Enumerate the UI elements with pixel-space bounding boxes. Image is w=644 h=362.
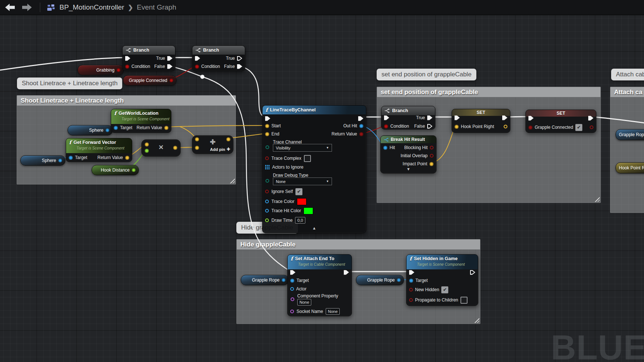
comment-hide-title[interactable]: Hide grappleCable bbox=[237, 239, 480, 249]
set-hook-point-right-node[interactable]: SET Hook Point Right bbox=[452, 109, 510, 133]
breadcrumb-root[interactable]: BP_MotionController bbox=[59, 3, 124, 11]
exec-false-pin[interactable] bbox=[237, 64, 242, 69]
branch-node-3[interactable]: Branch True Condition False bbox=[381, 106, 435, 130]
comment-attach-title[interactable]: Attach ca bbox=[610, 87, 644, 97]
new-hidden-pin[interactable] bbox=[409, 288, 413, 292]
variable-sphere-2[interactable]: Sphere bbox=[20, 155, 65, 166]
set-grapple-connected-node[interactable]: SET Grapple Connected bbox=[525, 110, 596, 133]
ignore-self-pin[interactable] bbox=[265, 190, 269, 193]
object-output-pin[interactable] bbox=[106, 128, 109, 132]
float-output-pin[interactable] bbox=[132, 168, 136, 172]
target-pin[interactable] bbox=[69, 156, 73, 160]
value-output-pin[interactable] bbox=[504, 125, 507, 128]
breadcrumb-current[interactable]: Event Graph bbox=[137, 3, 177, 11]
exec-in-pin[interactable] bbox=[195, 56, 200, 61]
component-property-pin[interactable] bbox=[291, 297, 294, 301]
trace-channel-pin[interactable] bbox=[266, 145, 269, 149]
comment-attach-cable[interactable]: Attach ca bbox=[610, 87, 644, 213]
exec-in-pin[interactable] bbox=[528, 116, 534, 121]
array-pin-icon[interactable] bbox=[265, 165, 270, 169]
draw-time-pin[interactable] bbox=[265, 218, 269, 222]
set-attach-end-to-node[interactable]: fSet Attach End To Target is Cable Compo… bbox=[287, 254, 352, 316]
exec-out-pin[interactable] bbox=[588, 116, 593, 121]
add-input-b-pin[interactable] bbox=[195, 146, 199, 150]
exec-out-pin[interactable] bbox=[358, 116, 363, 121]
comment-shoot-title[interactable]: Shoot Linetrace + Linetrace length bbox=[17, 96, 236, 106]
draw-debug-type-dropdown[interactable]: None▼ bbox=[273, 177, 332, 185]
condition-pin[interactable] bbox=[125, 65, 129, 69]
grapple-connected-checkbox[interactable] bbox=[575, 124, 582, 131]
variable-grapple-connected[interactable]: Grapple Connected bbox=[123, 75, 177, 86]
trace-complex-pin[interactable] bbox=[265, 156, 269, 160]
exec-in-pin[interactable] bbox=[455, 116, 460, 120]
trace-complex-checkbox[interactable] bbox=[304, 155, 311, 162]
exec-out-pin[interactable] bbox=[502, 116, 507, 120]
exec-false-pin[interactable] bbox=[427, 124, 432, 129]
line-trace-by-channel-node[interactable]: f LineTraceByChannel Start Out Hit End R… bbox=[262, 105, 366, 233]
add-pin-button[interactable]: Add pin✚ bbox=[210, 147, 230, 152]
ignore-self-checkbox[interactable] bbox=[295, 188, 302, 195]
comment-resize-handle[interactable] bbox=[229, 178, 235, 183]
multiply-node[interactable]: ✕ bbox=[141, 139, 181, 156]
forward-arrow-icon[interactable] bbox=[22, 3, 32, 12]
get-world-location-node[interactable]: fGetWorldLocation Target is Scene Compon… bbox=[111, 109, 171, 133]
multiply-input-a-pin[interactable] bbox=[145, 142, 149, 146]
set-hidden-in-game-node[interactable]: fSet Hidden in Game Target is Scene Comp… bbox=[406, 254, 478, 306]
exec-in-pin[interactable] bbox=[125, 56, 130, 61]
return-value-pin[interactable] bbox=[164, 126, 168, 130]
exec-out-pin[interactable] bbox=[470, 270, 475, 275]
trace-channel-dropdown[interactable]: Visibility▼ bbox=[273, 144, 332, 152]
draw-time-value[interactable]: 0,0 bbox=[295, 217, 305, 224]
object-output-pin[interactable] bbox=[58, 159, 62, 162]
expand-arrow-icon[interactable]: ▼ bbox=[381, 167, 436, 171]
exec-true-pin[interactable] bbox=[237, 56, 242, 61]
hit-pin[interactable] bbox=[383, 146, 387, 150]
return-value-pin[interactable] bbox=[359, 132, 363, 136]
exec-out-pin[interactable] bbox=[344, 270, 349, 275]
add-input-a-pin[interactable] bbox=[195, 137, 199, 141]
value-output-pin[interactable] bbox=[590, 125, 593, 129]
variable-grabbing[interactable]: Grabbing bbox=[78, 65, 124, 75]
exec-in-pin[interactable] bbox=[384, 116, 389, 120]
comment-resize-handle[interactable] bbox=[474, 317, 479, 323]
out-hit-pin[interactable] bbox=[359, 124, 363, 128]
condition-pin[interactable] bbox=[195, 65, 199, 69]
collapse-arrow-icon[interactable]: ▲ bbox=[263, 226, 366, 230]
propagate-to-children-pin[interactable] bbox=[409, 298, 413, 302]
exec-in-pin[interactable] bbox=[409, 270, 414, 275]
component-property-value[interactable]: None bbox=[297, 299, 311, 306]
new-hidden-checkbox[interactable] bbox=[441, 286, 448, 293]
return-value-pin[interactable] bbox=[125, 156, 129, 160]
trace-color-swatch[interactable] bbox=[297, 198, 306, 205]
branch-node-1[interactable]: Branch True Condition False bbox=[122, 45, 175, 71]
actor-pin[interactable] bbox=[290, 287, 294, 291]
exec-in-pin[interactable] bbox=[290, 270, 295, 275]
multiply-input-b-pin[interactable] bbox=[145, 149, 149, 153]
variable-grapple-rope-1[interactable]: Grapple Rope bbox=[241, 275, 289, 285]
comment-resize-handle[interactable] bbox=[594, 196, 600, 202]
object-output-pin[interactable] bbox=[397, 278, 401, 282]
target-pin[interactable] bbox=[409, 279, 413, 283]
add-output-pin[interactable] bbox=[226, 137, 230, 141]
initial-overlap-pin[interactable] bbox=[430, 154, 434, 158]
hook-point-right-pin[interactable] bbox=[455, 125, 459, 129]
bool-output-pin[interactable] bbox=[169, 79, 173, 82]
propagate-to-children-checkbox[interactable] bbox=[460, 297, 467, 304]
bool-output-pin[interactable] bbox=[117, 68, 120, 72]
variable-grapple-rope-3[interactable]: Grapple Rope bbox=[616, 129, 644, 140]
trace-color-pin[interactable] bbox=[265, 200, 269, 203]
exec-in-pin[interactable] bbox=[265, 116, 270, 121]
variable-sphere-1[interactable]: Sphere bbox=[68, 125, 113, 135]
break-hit-result-node[interactable]: Break Hit Result Hit Blocking Hit Initia… bbox=[380, 135, 436, 173]
grapple-connected-pin[interactable] bbox=[528, 125, 532, 130]
trace-hit-color-pin[interactable] bbox=[265, 209, 269, 213]
target-pin[interactable] bbox=[290, 279, 294, 283]
back-arrow-icon[interactable] bbox=[5, 3, 15, 12]
end-pin[interactable] bbox=[265, 132, 269, 136]
socket-name-pin[interactable] bbox=[290, 310, 294, 313]
variable-hook-distance[interactable]: Hook Distance bbox=[92, 165, 139, 175]
exec-true-pin[interactable] bbox=[167, 56, 172, 61]
exec-false-pin[interactable] bbox=[167, 64, 172, 69]
event-graph-canvas[interactable]: BLUEPR Shoot Linetrace + Linetrace lengt… bbox=[0, 15, 644, 362]
start-pin[interactable] bbox=[265, 124, 269, 128]
